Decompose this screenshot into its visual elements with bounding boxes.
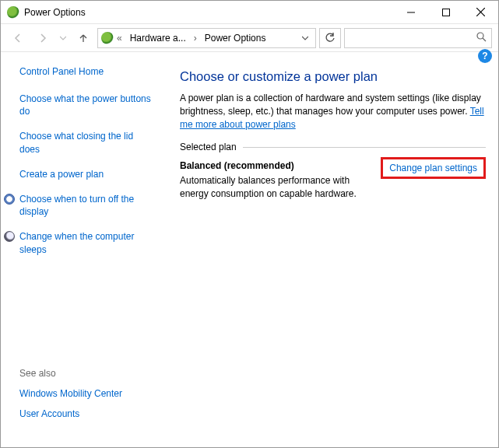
sleep-icon (4, 231, 15, 242)
back-button[interactable] (7, 27, 29, 49)
refresh-button[interactable] (319, 28, 341, 48)
divider (243, 147, 486, 148)
close-button[interactable] (463, 1, 498, 24)
sidebar-link-closing-lid[interactable]: Choose what closing the lid does (19, 130, 155, 155)
page-description: A power plan is a collection of hardware… (180, 92, 486, 131)
see-also-mobility-center[interactable]: Windows Mobility Center (19, 388, 155, 399)
see-also-user-accounts[interactable]: User Accounts (19, 408, 155, 419)
breadcrumb-segment-power[interactable]: Power Options (200, 33, 271, 44)
display-timer-icon (4, 194, 15, 205)
see-also-label: See also (19, 368, 155, 379)
svg-line-5 (483, 38, 486, 41)
see-also-section: See also Windows Mobility Center User Ac… (19, 368, 155, 436)
plan-name: Balanced (recommended) (180, 160, 371, 171)
selected-plan-header: Selected plan (180, 142, 486, 152)
sidebar-link-create-plan[interactable]: Create a power plan (19, 168, 155, 180)
chevron-right-icon[interactable]: › (192, 33, 199, 44)
breadcrumb-segment-hardware[interactable]: Hardware a... (125, 33, 191, 44)
up-button[interactable] (72, 27, 94, 49)
search-input[interactable] (344, 28, 492, 48)
help-icon[interactable]: ? (478, 49, 492, 63)
main-panel: ? Choose or customize a power plan A pow… (164, 52, 498, 446)
plan-row: Balanced (recommended) Automatically bal… (180, 160, 486, 199)
content-area: Control Panel Home Choose what the power… (1, 52, 498, 446)
power-options-icon (101, 32, 114, 44)
change-plan-settings-link[interactable]: Change plan settings (381, 157, 486, 179)
minimize-button[interactable] (393, 1, 428, 24)
chevron-left-icon: « (115, 33, 124, 44)
power-options-icon (7, 6, 19, 19)
sidebar: Control Panel Home Choose what the power… (1, 52, 164, 446)
address-dropdown[interactable] (298, 29, 312, 47)
selected-plan-label: Selected plan (180, 142, 243, 152)
svg-point-4 (477, 33, 483, 39)
search-icon (476, 31, 487, 44)
plan-description: Automatically balances performance with … (180, 174, 371, 199)
address-bar[interactable]: « Hardware a... › Power Options (97, 28, 316, 48)
sidebar-link-turn-off-display[interactable]: Choose when to turn off the display (19, 193, 155, 218)
navigation-bar: « Hardware a... › Power Options (1, 24, 498, 52)
sidebar-link-power-buttons[interactable]: Choose what the power buttons do (19, 93, 155, 117)
window-title: Power Options (24, 7, 86, 18)
maximize-button[interactable] (428, 1, 463, 24)
title-bar: Power Options (1, 1, 498, 24)
recent-dropdown[interactable] (57, 27, 69, 49)
page-heading: Choose or customize a power plan (180, 69, 486, 84)
svg-rect-1 (442, 9, 449, 16)
description-text: A power plan is a collection of hardware… (180, 93, 481, 117)
control-panel-home-link[interactable]: Control Panel Home (19, 66, 155, 77)
forward-button[interactable] (32, 27, 54, 49)
sidebar-link-computer-sleeps[interactable]: Change when the computer sleeps (19, 230, 155, 255)
